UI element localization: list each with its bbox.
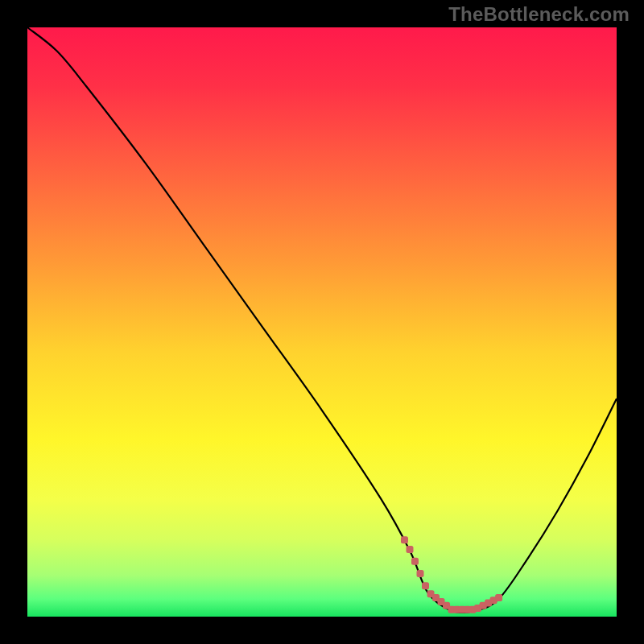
optimal-dot (495, 594, 502, 601)
optimal-dot (401, 536, 408, 543)
optimal-dot (422, 582, 429, 589)
plot-background (27, 27, 617, 617)
bottleneck-chart (0, 0, 644, 644)
watermark-text: TheBottleneck.com (448, 3, 630, 26)
chart-frame: TheBottleneck.com (0, 0, 644, 644)
optimal-dot (406, 546, 413, 553)
optimal-dot (411, 558, 419, 565)
optimal-dot (417, 570, 424, 577)
